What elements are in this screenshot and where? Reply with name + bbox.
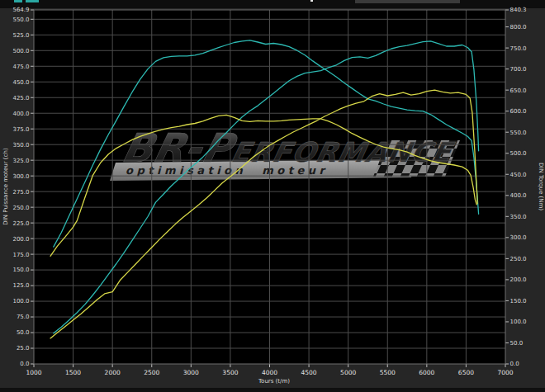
y-left-tick-label: 150.0 [12,267,29,273]
x-tick-label: 2000 [105,369,121,376]
y-left-tick-label: 275.0 [12,189,29,196]
y-right-tick-label: 600.0 [510,108,527,115]
x-tick-label: 3500 [222,369,238,376]
y-axis-left-title: DIN Puissance moteur (ch) [2,148,9,225]
y-left-tick-label: 475.0 [12,64,29,70]
y-right-tick-label: 100.0 [510,319,527,325]
y-left-tick-label: 50.0 [17,329,30,336]
y-left-tick-label: 400.0 [12,111,29,117]
watermark-tagline: optimisation moteur [126,164,328,177]
y-right-tick-label: 800.0 [510,24,527,31]
y-right-tick-label: 450.0 [510,172,527,178]
cropped-legend-fragment [26,0,39,2]
y-right-tick-label: 200.0 [510,276,527,283]
cropped-title-dot [310,0,313,2]
y-right-tick-label: 700.0 [510,66,527,73]
x-tick-label: 4000 [262,369,277,376]
y-left-tick-label: 325.0 [12,158,29,164]
x-tick-label: 1000 [26,369,41,376]
y-left-tick-label: 525.0 [12,32,29,39]
y-left-tick-label: 25.0 [17,345,30,352]
y-left-tick-label: 75.0 [17,314,30,320]
y-left-tick-label: 300.0 [12,173,29,180]
x-tick-label: 1500 [65,369,81,376]
y-left-tick-label: 225.0 [12,220,29,227]
cropped-toolbar-box [355,0,460,3]
x-tick-label: 5000 [340,369,356,376]
x-tick-label: 5500 [380,369,396,376]
y-left-tick-label: 0.0 [20,361,29,367]
y-right-tick-label: 400.0 [510,192,527,199]
x-tick-label: 2500 [144,369,159,376]
y-left-tick-label: 564.9 [12,7,29,13]
y-right-tick-label: 550.0 [510,130,527,136]
y-right-tick-label: 150.0 [510,298,527,305]
y-left-tick-label: 100.0 [12,298,29,305]
y-right-tick-label: 50.0 [510,340,524,347]
x-axis-title: Tours (t/m) [258,378,290,385]
x-tick-label: 4500 [301,369,317,376]
y-axis-right-title: DIN Torque (Nm) [538,163,544,210]
y-left-tick-label: 375.0 [12,126,29,133]
x-tick-label: 6000 [419,369,434,376]
dyno-screen: { "colors": { "background": "#262626", "… [0,0,545,392]
y-right-tick-label: 500.0 [510,150,527,157]
y-right-tick-label: 250.0 [510,256,527,262]
y-left-tick-label: 175.0 [12,252,29,258]
y-left-tick-label: 200.0 [12,236,29,243]
y-left-tick-label: 450.0 [12,79,29,86]
y-right-tick-label: 300.0 [510,234,527,241]
x-tick-label: 3000 [183,369,199,376]
y-left-tick-label: 350.0 [12,142,29,149]
cropped-legend-fragment [14,0,22,2]
x-tick-label: 7000 [497,369,513,376]
y-right-tick-label: 650.0 [510,87,527,94]
y-right-tick-label: 840.3 [510,7,527,13]
y-right-tick-label: 750.0 [510,45,527,52]
y-left-tick-label: 500.0 [12,48,29,54]
y-right-tick-label: 350.0 [510,214,527,220]
dyno-chart: BR-PERFORMANCE optimisation moteur 564.9… [0,0,545,392]
bottom-strip [0,388,545,392]
x-tick-label: 6500 [458,369,474,376]
y-left-tick-label: 125.0 [12,282,29,289]
y-left-tick-label: 250.0 [12,205,29,211]
top-strip [0,0,545,8]
y-left-tick-label: 550.0 [12,17,29,23]
y-right-tick-label: 0.0 [510,361,519,367]
y-left-tick-label: 425.0 [12,95,29,102]
